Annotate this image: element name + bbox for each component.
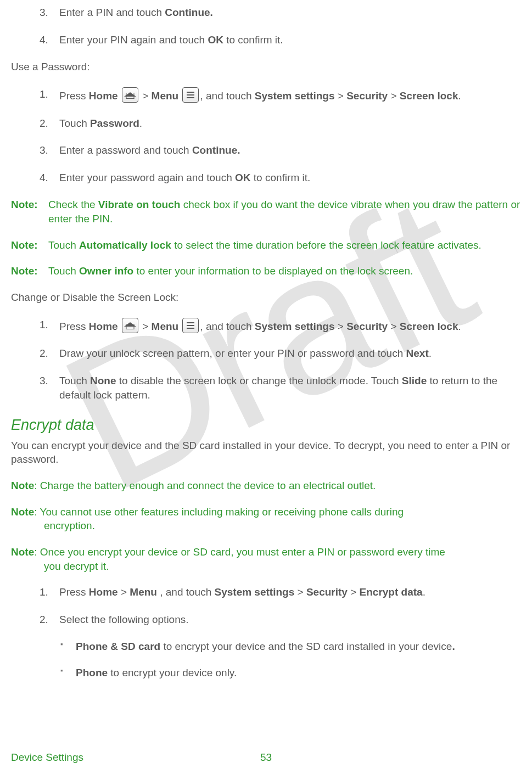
bold-text: Screen lock xyxy=(400,321,458,332)
note-label: Note xyxy=(11,480,34,491)
text: > xyxy=(142,90,151,102)
note: Note: You cannot use other features incl… xyxy=(11,505,521,533)
text: Press xyxy=(59,321,89,332)
bold-text: OK xyxy=(235,172,251,183)
bold-text: System settings xyxy=(215,586,295,598)
bold-text: Continue. xyxy=(165,7,213,18)
text: . xyxy=(458,321,461,332)
text: to encrypt your device only. xyxy=(108,667,237,678)
note-label: Note xyxy=(11,546,34,558)
bold-text: Menu xyxy=(152,321,179,332)
text: : Charge the battery enough and connect … xyxy=(34,480,376,491)
list-item: 1. Press Home > Menu , and touch System … xyxy=(40,87,521,103)
step-number: 1. xyxy=(40,318,48,332)
page-content: 3. Enter a PIN and touch Continue. 4. En… xyxy=(11,5,521,680)
bold-text: Phone xyxy=(76,667,108,678)
home-icon xyxy=(122,318,138,333)
change-steps: 1. Press Home > Menu , and touch System … xyxy=(11,318,521,402)
text: Touch xyxy=(48,239,79,251)
text: : You cannot use other features includin… xyxy=(34,506,404,518)
bold-text: Security xyxy=(306,586,348,598)
text: Check the xyxy=(48,199,98,210)
note-label: Note: xyxy=(11,264,46,278)
bold-text: Menu xyxy=(152,90,179,102)
text: > xyxy=(294,586,306,598)
list-item: Phone to encrypt your device only. xyxy=(60,666,521,680)
text: > xyxy=(335,90,347,102)
bold-text: Owner info xyxy=(79,265,133,277)
step-number: 4. xyxy=(40,33,48,47)
text: > xyxy=(348,586,360,598)
bold-text: System settings xyxy=(255,90,335,102)
list-item: 1. Press Home > Menu , and touch System … xyxy=(40,318,521,334)
list-item: 1. Press Home > Menu , and touch System … xyxy=(40,585,521,599)
step-number: 2. xyxy=(40,613,48,627)
bold-text: Password xyxy=(90,117,139,129)
note: Note: Once you encrypt your device or SD… xyxy=(11,545,521,573)
note: Note: Touch Owner info to enter your inf… xyxy=(11,264,521,278)
text: Enter your password again and touch xyxy=(59,172,235,183)
note-body: Check the Vibrate on touch check box if … xyxy=(46,198,521,226)
step-number: 3. xyxy=(40,374,48,388)
text: Touch xyxy=(59,117,90,129)
subheading: Change or Disable the Screen Lock: xyxy=(11,290,521,305)
text: , and touch xyxy=(157,586,215,598)
home-icon xyxy=(122,87,138,103)
bold-text: Home xyxy=(89,321,118,332)
bold-text: Phone & SD card xyxy=(76,641,160,652)
text: Enter a password and touch xyxy=(59,144,192,156)
text: > xyxy=(388,321,400,332)
note-body: Touch Owner info to enter your informati… xyxy=(46,264,521,278)
bold-text: Home xyxy=(89,90,118,102)
text: . xyxy=(429,347,432,359)
menu-icon xyxy=(182,87,199,103)
bold-text: Menu xyxy=(130,586,157,598)
step-number: 3. xyxy=(40,5,48,20)
list-item: 4. Enter your PIN again and touch OK to … xyxy=(40,33,521,47)
bold-text: Automatically lock xyxy=(79,239,171,251)
list-item: 3. Enter a PIN and touch Continue. xyxy=(40,5,521,20)
text: to confirm it. xyxy=(251,172,311,183)
note-body: Touch Automatically lock to select the t… xyxy=(46,238,521,252)
step-number: 1. xyxy=(40,585,48,599)
list-item: 3. Touch None to disable the screen lock… xyxy=(40,374,521,402)
step-number: 1. xyxy=(40,87,48,102)
bold-text: None xyxy=(90,375,116,386)
text: Draw your unlock screen pattern, or ente… xyxy=(59,347,406,359)
text: , and touch xyxy=(200,90,254,102)
text: . xyxy=(423,586,425,598)
note-label: Note: xyxy=(11,198,46,226)
text: to disable the screen lock or change the… xyxy=(116,375,401,386)
encrypt-steps: 1. Press Home > Menu , and touch System … xyxy=(11,585,521,626)
text: to enter your information to be displaye… xyxy=(133,265,413,277)
text: Press xyxy=(59,90,89,102)
text: to select the time duration before the s… xyxy=(171,239,481,251)
text: Touch xyxy=(59,375,90,386)
list-item: 2. Draw your unlock screen pattern, or e… xyxy=(40,346,521,361)
list-item: 2. Touch Password. xyxy=(40,116,521,131)
text: Select the following options. xyxy=(59,614,189,625)
note: Note: Touch Automatically lock to select… xyxy=(11,238,521,252)
text: > xyxy=(142,321,151,332)
text: to encrypt your device and the SD card i… xyxy=(160,641,452,652)
step-number: 3. xyxy=(40,143,48,158)
bold-text: Security xyxy=(346,321,388,332)
text: Touch xyxy=(48,265,79,277)
text: encryption. xyxy=(11,519,521,533)
bold-text: Next xyxy=(406,347,429,359)
text: you decrypt it. xyxy=(11,559,521,574)
bold-text: Security xyxy=(346,90,388,102)
step-number: 4. xyxy=(40,171,48,185)
text: Press xyxy=(59,586,89,598)
bold-text: Screen lock xyxy=(400,90,458,102)
text: . xyxy=(139,117,142,129)
bold-text: System settings xyxy=(255,321,335,332)
footer-title: Device Settings xyxy=(11,750,83,765)
note: Note: Charge the battery enough and conn… xyxy=(11,479,521,493)
bold-text: Slide xyxy=(402,375,427,386)
step-number: 2. xyxy=(40,116,48,131)
step-number: 2. xyxy=(40,346,48,361)
bold-text: . xyxy=(452,641,455,652)
note-label: Note xyxy=(11,506,34,518)
paragraph: You can encrypt your device and the SD c… xyxy=(11,439,521,467)
